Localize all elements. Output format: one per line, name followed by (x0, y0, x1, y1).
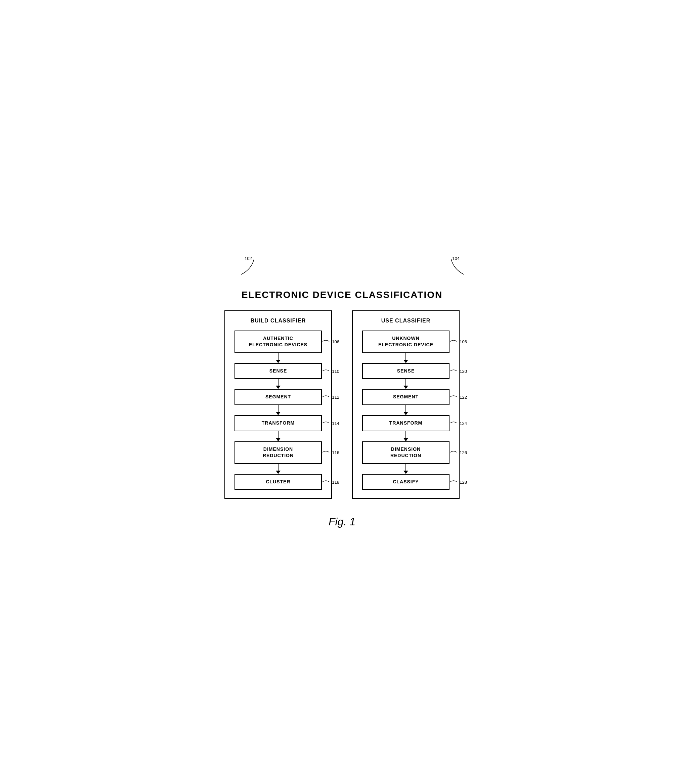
left-box-2: SENSE (234, 363, 322, 379)
ref-right-1: 106 (460, 339, 467, 344)
fig-caption: Fig. 1 (329, 516, 355, 528)
left-box-6: CLUSTER (234, 474, 322, 490)
right-step-5: DIMENSIONREDUCTION 126 (362, 441, 450, 464)
main-title: ELECTRONIC DEVICE CLASSIFICATION (242, 290, 443, 300)
right-box-1: UNKNOWNELECTRONIC DEVICE (362, 331, 450, 353)
ref-left-5: 116 (332, 450, 339, 455)
arrow-2 (276, 379, 281, 389)
left-box-3: SEGMENT (234, 389, 322, 405)
left-box-4: TRANSFORM (234, 415, 322, 431)
left-column-title: BUILD CLASSIFIER (251, 318, 306, 324)
ref-right-6: 128 (460, 479, 467, 484)
arrow-r5 (403, 464, 408, 474)
left-step-1: AUTHENTICELECTRONIC DEVICES 106 (234, 331, 322, 353)
right-box-6: CLASSIFY (362, 474, 450, 490)
ref-right-5: 126 (460, 450, 467, 455)
diagram-container: BUILD CLASSIFIER AUTHENTICELECTRONIC DEV… (191, 310, 493, 499)
ref-left-1: 106 (332, 339, 339, 344)
ref-left-6: 118 (332, 479, 339, 484)
right-box-5: DIMENSIONREDUCTION (362, 441, 450, 464)
right-step-3: SEGMENT 122 (362, 389, 450, 405)
ref-left-2: 110 (332, 368, 339, 374)
left-box-1: AUTHENTICELECTRONIC DEVICES (234, 331, 322, 353)
left-step-4: TRANSFORM 114 (234, 415, 322, 431)
arrow-r2 (403, 379, 408, 389)
right-box-2: SENSE (362, 363, 450, 379)
arrow-1 (276, 353, 281, 363)
left-step-2: SENSE 110 (234, 363, 322, 379)
arrow-3 (276, 405, 281, 415)
arrow-r3 (403, 405, 408, 415)
left-outer-box: BUILD CLASSIFIER AUTHENTICELECTRONIC DEV… (224, 310, 332, 499)
ref-right-3: 122 (460, 395, 467, 400)
arrow-5 (276, 464, 281, 474)
right-column: USE CLASSIFIER UNKNOWNELECTRONIC DEVICE … (352, 310, 460, 499)
right-step-1: UNKNOWNELECTRONIC DEVICE 106 (362, 331, 450, 353)
arrow-4 (276, 431, 281, 441)
ref-left-4: 114 (332, 421, 339, 426)
ref-left-3: 112 (332, 395, 339, 400)
arrow-r1 (403, 353, 408, 363)
left-step-3: SEGMENT 112 (234, 389, 322, 405)
page: 102 104 ELECTRONIC DEVICE CLASSIFICATION… (191, 256, 493, 528)
right-step-6: CLASSIFY 128 (362, 474, 450, 490)
right-column-title: USE CLASSIFIER (381, 318, 430, 324)
left-step-5: DIMENSIONREDUCTION 116 (234, 441, 322, 464)
ref-right-2: 120 (460, 368, 467, 374)
right-step-2: SENSE 120 (362, 363, 450, 379)
ref-right-4: 124 (460, 421, 467, 426)
left-box-5: DIMENSIONREDUCTION (234, 441, 322, 464)
right-box-4: TRANSFORM (362, 415, 450, 431)
right-step-4: TRANSFORM 124 (362, 415, 450, 431)
left-column: BUILD CLASSIFIER AUTHENTICELECTRONIC DEV… (224, 310, 332, 499)
right-outer-box: USE CLASSIFIER UNKNOWNELECTRONIC DEVICE … (352, 310, 460, 499)
right-box-3: SEGMENT (362, 389, 450, 405)
arrow-r4 (403, 431, 408, 441)
left-step-6: CLUSTER 118 (234, 474, 322, 490)
